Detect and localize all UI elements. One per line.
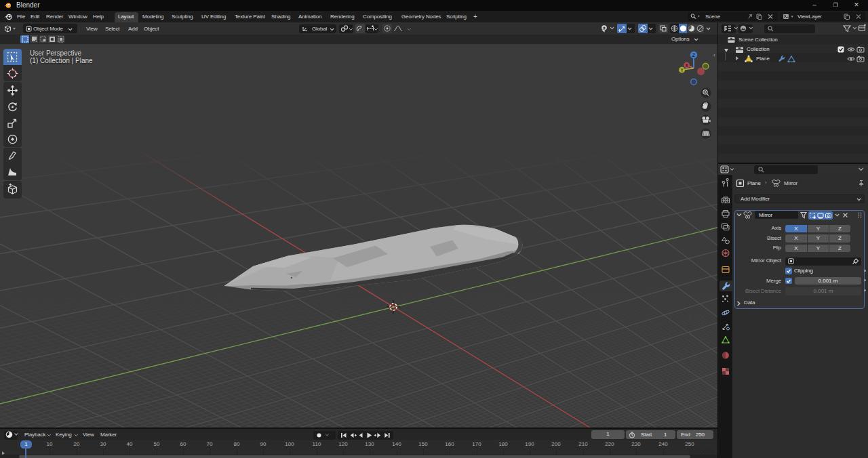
svg-text:Z: Z bbox=[692, 53, 696, 58]
svg-text:‹: ‹ bbox=[713, 52, 715, 58]
svg-text:X: X bbox=[685, 63, 688, 68]
svg-text:Y: Y bbox=[680, 68, 684, 72]
